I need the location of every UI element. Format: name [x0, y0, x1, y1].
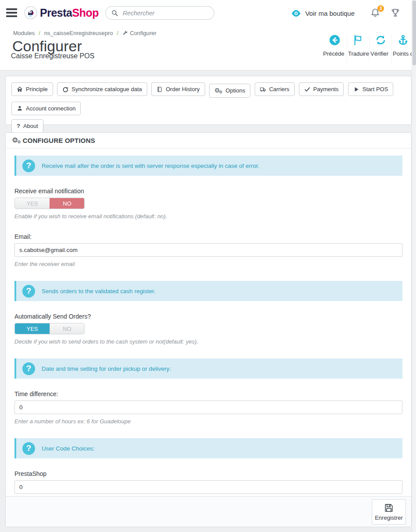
question-circle-icon: ?: [22, 362, 35, 375]
page-header: Modules / ns_caisseEnregistreusepro / Co…: [0, 26, 412, 71]
global-search: [105, 6, 214, 20]
achievements-button[interactable]: [391, 7, 401, 19]
back-circle-icon: [329, 34, 341, 46]
help-text: Enter a number of hours ex: 6 for Guadel…: [14, 418, 402, 425]
prestashop-logo[interactable]: PrestaShop: [24, 6, 99, 19]
content-area: Principle Synchronize catalogue data Ord…: [0, 71, 416, 532]
logo-text: PrestaShop: [40, 7, 99, 19]
question-circle-icon: ?: [22, 442, 35, 455]
help-text: Decide if you wish to send orders to the…: [14, 338, 402, 345]
panel-footer: Enregistrer: [6, 496, 411, 527]
tab-options[interactable]: ⚙ Options: [209, 84, 250, 98]
truck-icon: [260, 86, 266, 92]
wrench-icon: [122, 30, 128, 36]
auto-send-orders-label: Automatically Send Orders?: [14, 313, 402, 320]
info-alert-mail: ? Receive mail after the order is sent w…: [14, 156, 402, 176]
question-circle-icon: ?: [22, 285, 35, 298]
notification-badge: 3: [377, 5, 384, 12]
email-label: Email:: [14, 233, 402, 240]
eye-icon: [291, 10, 301, 17]
breadcrumb-current: Configurer: [122, 30, 156, 36]
toggle-yes-option[interactable]: YES: [15, 198, 50, 209]
check-updates-button[interactable]: Vérifier: [369, 34, 391, 62]
panel-title: CONFIGURE OPTIONS: [23, 137, 95, 144]
configure-options-panel: ⚙ CONFIGURE OPTIONS ? Receive mail after…: [5, 132, 412, 527]
info-alert-usercode: ? User Code Choices:: [14, 438, 402, 458]
prestashop-bird-icon: [24, 6, 37, 19]
user-code-label: PrestaShop: [14, 470, 402, 477]
breadcrumb-separator: /: [39, 30, 40, 36]
email-notification-label: Receive email notification: [14, 188, 402, 195]
view-shop-label: Voir ma boutique: [305, 10, 355, 17]
auto-send-orders-toggle: YES NO: [14, 323, 85, 334]
person-icon: [17, 105, 23, 111]
floppy-disk-icon: [384, 503, 394, 513]
page-title: Configurer: [12, 39, 82, 53]
flag-icon: [352, 34, 364, 46]
menu-toggle-button[interactable]: [6, 8, 21, 19]
view-shop-link[interactable]: Voir ma boutique: [291, 10, 355, 17]
save-button[interactable]: Enregistrer: [372, 499, 406, 525]
auto-send-orders-group: Automatically Send Orders? YES NO Decide…: [14, 313, 402, 345]
panel-header: ⚙ CONFIGURE OPTIONS: [6, 133, 411, 149]
anchor-icon: [397, 34, 409, 46]
points-of-sale-button[interactable]: Points d: [391, 34, 412, 62]
time-difference-group: Time difference: Enter a number of hours…: [14, 390, 402, 425]
hamburger-icon: [6, 8, 17, 10]
breadcrumb-module-name[interactable]: ns_caisseEnregistreusepro: [44, 30, 113, 36]
info-alert-orders: ? Sends orders to the validated cash reg…: [14, 281, 402, 301]
toggle-no-option[interactable]: NO: [50, 198, 84, 209]
search-input[interactable]: [123, 10, 209, 17]
breadcrumb: Modules / ns_caisseEnregistreusepro / Co…: [13, 30, 156, 36]
toggle-yes-option[interactable]: YES: [15, 323, 50, 334]
tab-account-connection[interactable]: Account connection: [11, 102, 81, 115]
breadcrumb-separator: /: [117, 30, 119, 36]
tab-start-pos[interactable]: Start POS: [348, 82, 394, 96]
sync-icon: [62, 86, 68, 92]
notifications-button[interactable]: 3: [370, 7, 381, 19]
tab-about[interactable]: ? About: [11, 119, 43, 133]
gears-icon: ⚙: [12, 137, 21, 144]
question-icon: ?: [17, 123, 20, 129]
prestashop-admin-page: PrestaShop Voir ma boutique: [0, 0, 416, 532]
info-alert-datetime: ? Date and time setting for order pickup…: [14, 358, 402, 379]
email-input[interactable]: [14, 243, 402, 257]
scrollbar[interactable]: [412, 0, 416, 532]
user-code-input[interactable]: [14, 480, 402, 494]
tab-carriers[interactable]: Carriers: [255, 82, 295, 96]
book-icon: [156, 86, 163, 92]
question-circle-icon: ?: [22, 160, 35, 172]
help-text: Enter the receiver email: [14, 261, 402, 267]
scrollbar-thumb[interactable]: [412, 0, 416, 65]
refresh-icon: [375, 34, 387, 46]
help-text: Enable if you wish to receive email noti…: [14, 213, 402, 220]
toggle-no-option[interactable]: NO: [50, 323, 84, 334]
email-notification-group: Receive email notification YES NO Enable…: [14, 188, 402, 220]
topbar-right: Voir ma boutique 3: [291, 0, 401, 26]
previous-page-button[interactable]: Précéde: [322, 34, 347, 62]
tab-principle[interactable]: Principle: [11, 82, 53, 96]
trophy-icon: [391, 7, 400, 18]
tab-synchronize-catalogue[interactable]: Synchronize catalogue data: [57, 82, 147, 96]
play-icon: [353, 86, 359, 92]
tab-payments[interactable]: Payments: [299, 82, 344, 96]
time-difference-input[interactable]: [14, 401, 402, 414]
top-bar: PrestaShop Voir ma boutique: [0, 0, 412, 26]
panel-body: ? Receive mail after the order is sent w…: [6, 149, 411, 504]
module-tabs-panel: Principle Synchronize catalogue data Ord…: [5, 76, 412, 125]
gears-icon: ⚙: [214, 87, 223, 94]
translate-button[interactable]: Traduire: [347, 34, 369, 62]
check-icon: [304, 86, 310, 92]
page-actions: Précéde Traduire Vérifier: [322, 34, 412, 62]
save-button-label: Enregistrer: [375, 514, 403, 521]
email-field-group: Email: Enter the receiver email: [14, 233, 402, 267]
home-icon: [17, 86, 23, 92]
time-difference-label: Time difference:: [14, 390, 402, 397]
page-subtitle: Caisse Enregistreuse POS: [11, 52, 94, 60]
tab-order-history[interactable]: Order History: [151, 82, 205, 96]
search-icon[interactable]: [111, 9, 118, 17]
breadcrumb-modules[interactable]: Modules: [13, 30, 35, 36]
email-notification-toggle: YES NO: [14, 198, 85, 209]
